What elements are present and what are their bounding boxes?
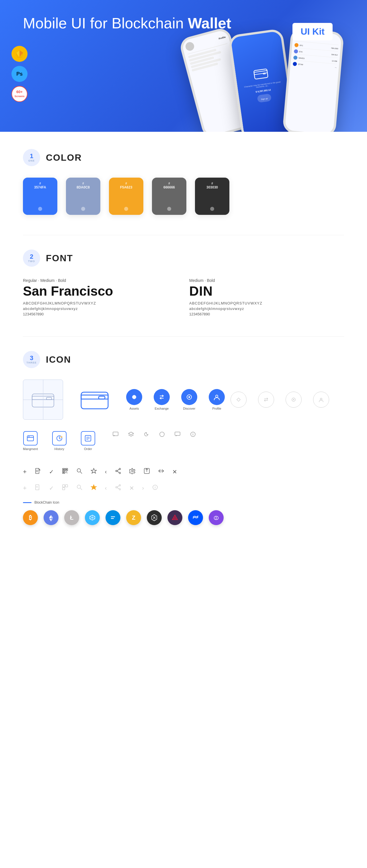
action-icons-row-2: + ✓ ‹ ✕ › xyxy=(23,484,344,492)
svg-line-73 xyxy=(80,488,82,490)
svg-line-60 xyxy=(117,469,119,471)
document-icon xyxy=(35,468,41,475)
plus-icon: + xyxy=(23,468,27,475)
svg-point-21 xyxy=(320,398,322,400)
assets-icon-circle xyxy=(126,389,142,405)
svg-marker-84 xyxy=(49,515,51,519)
action-icons-row-1: + ✓ ‹ xyxy=(23,468,344,475)
ghost-row-1 xyxy=(230,392,329,408)
font-sf-style: Regular · Medium · Bold xyxy=(23,278,178,283)
phone-mockups: Profile Character may xyxy=(178,17,367,132)
svg-marker-14 xyxy=(132,395,137,399)
svg-marker-86 xyxy=(49,518,51,521)
svg-rect-12 xyxy=(98,396,105,399)
svg-line-79 xyxy=(117,488,119,489)
chat-icon xyxy=(174,431,181,439)
font-section-header: 2 TWO FONT xyxy=(23,249,344,267)
layers-icon xyxy=(128,431,134,439)
dash-icon xyxy=(106,510,120,525)
color-swatch-dark: #303030 xyxy=(195,178,229,215)
waves-icon xyxy=(188,510,203,525)
svg-rect-36 xyxy=(175,432,180,435)
assets-ghost-icon xyxy=(230,392,247,408)
svg-rect-8 xyxy=(47,397,52,400)
svg-rect-49 xyxy=(63,472,64,473)
circle-icon xyxy=(159,431,165,439)
icon-section-number: 3 THREE xyxy=(23,351,40,368)
main-content: 1 ONE COLOR #3574FA #8DA0C8 #F5A623 #666… xyxy=(0,132,367,559)
download-icon xyxy=(144,468,150,475)
svg-rect-47 xyxy=(63,469,64,470)
chevron-left-ghost-icon: ‹ xyxy=(105,485,107,491)
order-tab-icon: Order xyxy=(81,431,95,451)
profile-nav-icon: Profile xyxy=(209,389,225,410)
augur-icon xyxy=(167,510,182,525)
svg-line-78 xyxy=(117,486,119,487)
font-din: Medium · Bold DIN ABCDEFGHIJKLMNOPQRSTUV… xyxy=(189,278,344,316)
wallet-icon-blueprint xyxy=(23,379,63,420)
font-title: FONT xyxy=(46,253,73,264)
nav-icons-colored: Assets Exchange xyxy=(126,389,225,410)
hero-title: Mobile UI for Blockchain Wallet xyxy=(23,14,231,32)
svg-rect-52 xyxy=(66,472,66,473)
share-ghost-icon xyxy=(115,484,121,492)
exchange-nav-icon: Exchange xyxy=(154,389,170,410)
svg-point-35 xyxy=(160,432,164,437)
crypto-icons-row: ₿ Ł Z xyxy=(23,510,344,525)
font-din-name: DIN xyxy=(189,284,344,298)
svg-rect-69 xyxy=(62,485,65,487)
misc-icons-row-1 xyxy=(112,431,196,439)
ethereum-icon xyxy=(44,510,58,525)
exchange-label: Exchange xyxy=(155,407,169,410)
divider-1 xyxy=(23,235,344,235)
document-ghost-icon xyxy=(35,484,41,492)
management-icon-square xyxy=(23,431,37,445)
profile-ghost-icon xyxy=(313,392,329,408)
plus-ghost-icon: + xyxy=(23,485,27,492)
icon-section-header: 3 THREE ICON xyxy=(23,351,344,368)
font-sf-uppercase: ABCDEFGHIJKLMNOPQRSTUVWXYZ xyxy=(23,301,178,305)
svg-marker-34 xyxy=(129,432,134,435)
tab-icons-section: Mangment History xyxy=(23,431,344,459)
ps-badge: Ps xyxy=(11,66,28,82)
history-tab-icon: History xyxy=(52,431,66,451)
font-grid: Regular · Medium · Bold San Francisco AB… xyxy=(23,278,344,316)
icon-grid-main: Assets Exchange xyxy=(23,379,344,420)
color-swatch-mid-grey: #666666 xyxy=(152,178,186,215)
management-label: Mangment xyxy=(23,447,38,451)
polygon-icon xyxy=(209,510,224,525)
ui-kit-badge: UI Kit xyxy=(292,23,333,40)
svg-rect-11 xyxy=(81,395,108,399)
color-swatch-grey-blue: #8DA0C8 xyxy=(66,178,101,215)
tool-badges: Ps 60+Screens xyxy=(11,46,28,102)
screens-badge: 60+Screens xyxy=(11,86,28,102)
assets-nav-icon: Assets xyxy=(126,389,142,410)
svg-rect-7 xyxy=(32,396,54,400)
font-section: 2 TWO FONT Regular · Medium · Bold San F… xyxy=(23,249,344,316)
discover-ghost-icon xyxy=(286,392,302,408)
color-section-header: 1 ONE COLOR xyxy=(23,149,344,166)
svg-marker-18 xyxy=(237,398,240,401)
bitcoin-icon: ₿ xyxy=(23,510,38,525)
svg-marker-85 xyxy=(51,518,53,521)
qr-icon xyxy=(62,468,68,475)
star-icon xyxy=(91,468,97,475)
svg-rect-22 xyxy=(27,436,33,441)
zcash-icon: Z xyxy=(126,510,141,525)
svg-rect-48 xyxy=(66,469,67,470)
qr-ghost-icon xyxy=(62,484,68,492)
assets-label: Assets xyxy=(129,407,139,410)
svg-point-75 xyxy=(119,485,120,486)
exchange-ghost-icon xyxy=(258,392,274,408)
wallet-icon-colored xyxy=(75,379,115,420)
color-swatch-orange: #F5A623 xyxy=(109,178,143,215)
arrows-icon xyxy=(158,468,164,475)
phone-mockup-3: myWallet $ 6,297,502.12 BTC 788-2003 ETH… xyxy=(282,28,344,132)
close-icon: ✕ xyxy=(172,468,177,475)
color-swatches: #3574FA #8DA0C8 #F5A623 #666666 #303030 xyxy=(23,178,344,215)
search-icon xyxy=(76,468,83,475)
svg-rect-33 xyxy=(113,432,118,436)
moon-icon xyxy=(143,431,150,439)
color-section-number: 1 ONE xyxy=(23,149,40,166)
iota-icon xyxy=(147,510,162,525)
